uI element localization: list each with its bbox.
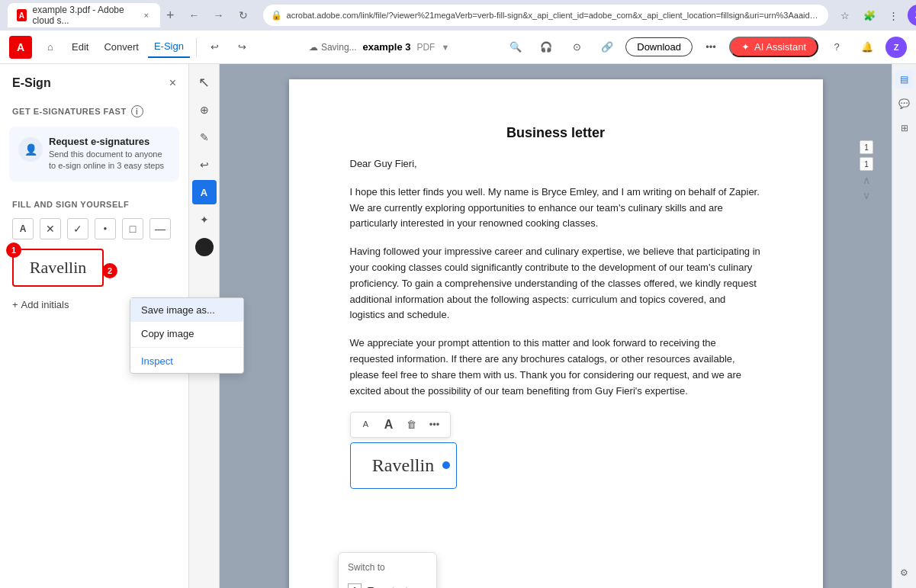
new-tab-button[interactable]: +: [166, 5, 175, 26]
scroll-up-icon[interactable]: ∧: [860, 174, 873, 186]
pdf-page: Business letter Dear Guy Fieri, I hope t…: [289, 79, 823, 588]
context-menu: Save image as... Copy image Inspect: [130, 297, 244, 374]
browser-tab[interactable]: A example 3.pdf - Adobe cloud s... ×: [8, 3, 160, 27]
pdf-signature-box[interactable]: Ravellin: [350, 442, 457, 488]
saving-text: Saving...: [321, 42, 357, 53]
signature-box[interactable]: 1 Ravellin: [12, 249, 104, 287]
undo-button[interactable]: ↩: [203, 35, 227, 59]
sig-small-a-button[interactable]: A: [357, 416, 375, 434]
sidebar-title: E-Sign: [12, 76, 51, 90]
request-card-icon: 👤: [18, 137, 43, 162]
page-indicators: 1 1 ∧ ∨: [860, 140, 873, 201]
request-card-desc: Send this document to anyone to e-sign o…: [49, 149, 170, 172]
address-bar[interactable]: 🔒 acrobat.adobe.com/link/file/?viewer%21…: [263, 5, 828, 26]
browser-actions: ☆ 🧩 ⋮ Z: [834, 5, 916, 26]
text-annotation-tool[interactable]: A: [192, 180, 217, 204]
sidebar-close-button[interactable]: ×: [169, 76, 176, 90]
page-number-1: 1: [860, 140, 873, 154]
scroll-down-icon[interactable]: ∨: [860, 189, 873, 201]
refresh-button[interactable]: ↻: [233, 5, 254, 26]
extensions-icon[interactable]: 🧩: [859, 5, 880, 26]
right-panel-thumbnails-btn[interactable]: ▤: [895, 70, 914, 88]
help-button[interactable]: ?: [824, 35, 849, 59]
user-avatar-toolbar[interactable]: Z: [885, 37, 907, 58]
dot-tool[interactable]: ●: [95, 218, 116, 239]
page-number-2: 1: [860, 157, 873, 171]
edit-menu-button[interactable]: Edit: [66, 37, 95, 57]
switch-popup-title: Switch to: [339, 559, 436, 579]
cloud-icon: ☁: [309, 42, 318, 53]
pdf-title: Business letter: [350, 125, 762, 141]
tab-favicon: A: [17, 9, 27, 21]
select-tool[interactable]: ↖: [192, 70, 217, 95]
accessibility-button[interactable]: ⊙: [564, 35, 589, 59]
ai-icon: ✦: [741, 41, 750, 53]
info-icon[interactable]: i: [131, 105, 143, 117]
forward-button[interactable]: →: [208, 5, 230, 26]
sig-large-a-button[interactable]: A: [380, 416, 398, 434]
cross-tool[interactable]: ✕: [40, 218, 61, 239]
browser-chrome: A example 3.pdf - Adobe cloud s... × + ←…: [0, 0, 916, 31]
switch-type-text-label: Type text: [368, 585, 408, 589]
pdf-greeting: Dear Guy Fieri,: [350, 156, 762, 172]
doc-title: example 3: [363, 41, 411, 53]
fill-sign-label: FILL AND SIGN YOURSELF: [0, 188, 188, 215]
color-picker[interactable]: [195, 238, 214, 256]
sig-more-button[interactable]: •••: [426, 416, 444, 434]
pdf-paragraph-2: Having followed your impressive career a…: [350, 244, 762, 323]
esign-menu-button[interactable]: E-Sign: [148, 36, 190, 58]
bookmark-icon[interactable]: ☆: [834, 5, 856, 26]
ai-assistant-button[interactable]: ✦ AI Assistant: [729, 37, 818, 57]
check-tool[interactable]: ✓: [67, 218, 88, 239]
notifications-button[interactable]: 🔔: [855, 35, 879, 59]
doc-type: PDF: [416, 42, 435, 53]
get-signatures-text: GET E-SIGNATURES FAST: [12, 107, 127, 116]
pdf-body: Dear Guy Fieri, I hope this letter finds…: [350, 156, 762, 489]
signature-text: Ravellin: [30, 258, 87, 278]
switch-to-popup: Switch to A Type text ▦ Initials ✕ Cross…: [338, 552, 437, 588]
add-initials-label: Add initials: [21, 299, 69, 310]
curve-tool[interactable]: ↩: [192, 153, 217, 177]
doc-dropdown-icon[interactable]: ▼: [441, 43, 449, 52]
audio-button[interactable]: 🎧: [534, 35, 558, 59]
pdf-area: Business letter Dear Guy Fieri, I hope t…: [220, 64, 892, 588]
text-tool[interactable]: A: [12, 218, 34, 239]
search-button[interactable]: 🔍: [503, 35, 528, 59]
adobe-logo: A: [9, 36, 32, 59]
sign-tools: A ✕ ✓ ● □ —: [0, 215, 188, 243]
stamp-tool[interactable]: ✦: [192, 207, 217, 232]
switch-type-text-item[interactable]: A Type text: [339, 579, 436, 588]
right-panel: ▤ 💬 ⊞ ⚙: [892, 64, 916, 588]
copy-image-menuitem[interactable]: Copy image: [130, 322, 243, 345]
back-button[interactable]: ←: [184, 5, 205, 26]
box-tool[interactable]: □: [122, 218, 143, 239]
pdf-signature-area[interactable]: A A 🗑 ••• Ravellin: [350, 442, 457, 488]
user-avatar[interactable]: Z: [908, 5, 916, 26]
request-card[interactable]: 👤 Request e-signatures Send this documen…: [9, 127, 179, 182]
browser-menu-icon[interactable]: ⋮: [883, 5, 905, 26]
convert-menu-button[interactable]: Convert: [98, 37, 145, 57]
signature-toolbar: A A 🗑 •••: [350, 412, 451, 438]
browser-nav: ← → ↻: [181, 2, 257, 29]
zoom-tool[interactable]: ⊕: [192, 98, 217, 122]
inspect-menuitem[interactable]: Inspect: [130, 349, 243, 373]
more-button[interactable]: •••: [699, 35, 723, 59]
pencil-tool[interactable]: ✎: [192, 125, 217, 149]
link-button[interactable]: 🔗: [595, 35, 619, 59]
pdf-signature-dot: [442, 461, 450, 469]
toolbar-separator: [196, 38, 197, 56]
sig-delete-button[interactable]: 🗑: [403, 416, 421, 434]
redo-button[interactable]: ↪: [230, 35, 255, 59]
right-panel-grid-btn[interactable]: ⊞: [895, 119, 914, 137]
save-image-as-menuitem[interactable]: Save image as...: [130, 298, 243, 322]
download-button[interactable]: Download: [625, 37, 693, 56]
tab-close-button[interactable]: ×: [141, 9, 151, 21]
home-icon[interactable]: ⌂: [38, 35, 63, 59]
adobe-toolbar: A ⌂ Edit Convert E-Sign ↩ ↪ ☁ Saving... …: [0, 31, 916, 64]
request-card-row: 👤 Request e-signatures Send this documen…: [18, 136, 170, 172]
line-tool[interactable]: —: [149, 218, 171, 239]
add-initials-icon: +: [12, 299, 18, 310]
right-panel-comments-btn[interactable]: 💬: [895, 95, 914, 113]
signature-section: 1 Ravellin 2 Save image as... Copy image…: [0, 243, 188, 293]
right-panel-settings-btn[interactable]: ⚙: [895, 564, 914, 582]
